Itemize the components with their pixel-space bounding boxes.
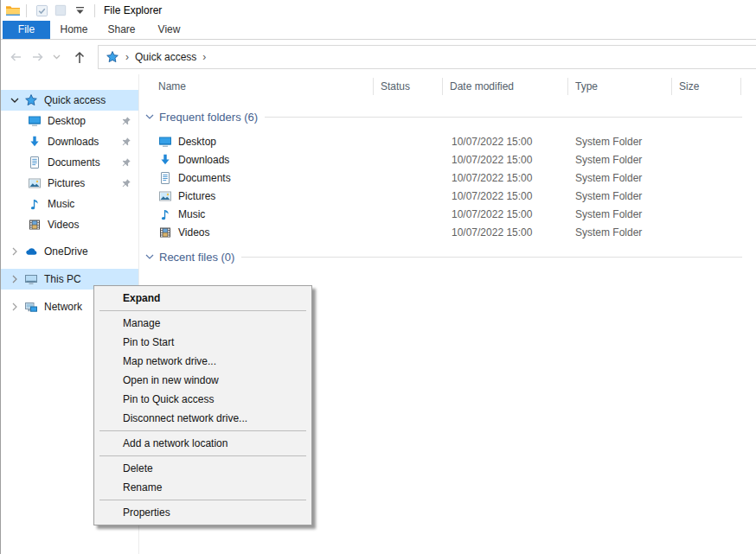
sidebar-item-downloads[interactable]: Downloads bbox=[1, 131, 138, 152]
qat-new-folder-button[interactable] bbox=[52, 3, 69, 18]
file-type: System Folder bbox=[568, 190, 672, 202]
file-explorer-window: File Explorer File Home Share View › Qui… bbox=[0, 0, 756, 554]
sidebar-item-documents[interactable]: Documents bbox=[1, 152, 138, 173]
column-header-name[interactable]: Name bbox=[139, 78, 374, 95]
pin-icon bbox=[121, 157, 131, 168]
menu-item-disconnect-network-drive[interactable]: Disconnect network drive... bbox=[94, 409, 311, 428]
group-header-frequent-folders[interactable]: Frequent folders (6) bbox=[139, 106, 756, 127]
desktop-icon bbox=[27, 114, 42, 128]
navigation-bar: › Quick access › bbox=[1, 40, 756, 74]
sidebar-item-desktop[interactable]: Desktop bbox=[1, 111, 138, 131]
sidebar-item-videos[interactable]: Videos bbox=[1, 214, 138, 235]
qat-customize-caret-icon[interactable] bbox=[71, 3, 88, 18]
column-header-size[interactable]: Size bbox=[672, 78, 741, 95]
menu-separator bbox=[99, 455, 306, 456]
this-pc-icon bbox=[23, 272, 39, 286]
menu-separator bbox=[99, 500, 306, 500]
menu-item-map-network-drive[interactable]: Map network drive... bbox=[94, 352, 311, 371]
tab-file[interactable]: File bbox=[3, 21, 50, 39]
menu-item-expand[interactable]: Expand bbox=[94, 289, 311, 308]
file-type: System Folder bbox=[568, 154, 672, 166]
chevron-right-icon[interactable] bbox=[6, 247, 23, 256]
file-row-music[interactable]: Music 10/07/2022 15:00 System Folder bbox=[139, 205, 756, 223]
tab-share[interactable]: Share bbox=[98, 21, 145, 39]
toolbar-separator bbox=[26, 4, 27, 17]
sidebar-item-label: Quick access bbox=[44, 94, 106, 106]
file-date-modified: 10/07/2022 15:00 bbox=[443, 226, 568, 239]
menu-item-add-a-network-location[interactable]: Add a network location bbox=[94, 434, 311, 453]
pictures-icon bbox=[158, 189, 172, 203]
sidebar-item-pictures[interactable]: Pictures bbox=[1, 173, 138, 194]
sidebar-gap bbox=[1, 235, 138, 241]
menu-item-pin-to-start[interactable]: Pin to Start bbox=[94, 333, 311, 352]
group-rule bbox=[241, 257, 742, 258]
group-header-recent-files[interactable]: Recent files (0) bbox=[139, 246, 756, 267]
sidebar-item-quick-access[interactable]: Quick access bbox=[1, 90, 138, 111]
file-row-desktop[interactable]: Desktop 10/07/2022 15:00 System Folder bbox=[139, 132, 756, 150]
tab-view[interactable]: View bbox=[145, 21, 193, 39]
pictures-icon bbox=[27, 176, 42, 190]
chevron-right-icon[interactable] bbox=[6, 275, 23, 283]
back-button[interactable] bbox=[4, 46, 27, 68]
chevron-down-icon[interactable] bbox=[145, 254, 157, 260]
menu-separator bbox=[99, 430, 306, 431]
music-icon bbox=[27, 197, 42, 211]
breadcrumb-quick-access[interactable]: Quick access bbox=[135, 51, 196, 63]
file-row-documents[interactable]: Documents 10/07/2022 15:00 System Folder bbox=[139, 169, 756, 187]
videos-icon bbox=[27, 218, 42, 232]
file-name: Desktop bbox=[178, 136, 216, 148]
title-bar: File Explorer bbox=[1, 0, 756, 21]
file-type: System Folder bbox=[568, 208, 672, 220]
menu-item-manage[interactable]: Manage bbox=[94, 314, 311, 333]
chevron-right-icon[interactable] bbox=[6, 302, 23, 311]
menu-item-open-in-new-window[interactable]: Open in new window bbox=[94, 371, 311, 390]
file-type: System Folder bbox=[568, 226, 672, 239]
this-pc-context-menu: Expand Manage Pin to Start Map network d… bbox=[93, 285, 312, 525]
column-header-date-modified[interactable]: Date modified bbox=[443, 78, 568, 95]
sidebar-gap bbox=[1, 262, 138, 269]
sidebar-item-label: Videos bbox=[48, 219, 79, 231]
sidebar-item-label: Desktop bbox=[48, 115, 86, 127]
file-name: Pictures bbox=[178, 190, 215, 202]
file-date-modified: 10/07/2022 15:00 bbox=[443, 136, 568, 148]
sidebar-item-label: Downloads bbox=[48, 136, 99, 148]
forward-button[interactable] bbox=[27, 46, 49, 68]
menu-item-rename[interactable]: Rename bbox=[94, 478, 311, 497]
file-row-videos[interactable]: Videos 10/07/2022 15:00 System Folder bbox=[139, 223, 756, 241]
recent-locations-caret-icon[interactable] bbox=[49, 46, 63, 68]
ribbon-tab-bar: File Home Share View bbox=[1, 21, 756, 40]
column-header-row: Name Status Date modified Type Size bbox=[139, 74, 756, 99]
menu-item-delete[interactable]: Delete bbox=[94, 459, 311, 478]
documents-icon bbox=[27, 156, 42, 169]
chevron-down-icon[interactable] bbox=[145, 114, 157, 120]
sidebar-item-label: This PC bbox=[44, 273, 81, 285]
file-name: Videos bbox=[178, 226, 209, 239]
tab-home[interactable]: Home bbox=[50, 21, 98, 39]
menu-item-properties[interactable]: Properties bbox=[94, 503, 311, 522]
column-header-type[interactable]: Type bbox=[568, 78, 672, 95]
documents-icon bbox=[158, 171, 172, 185]
sidebar-item-onedrive[interactable]: OneDrive bbox=[1, 241, 138, 262]
sidebar-item-music[interactable]: Music bbox=[1, 194, 138, 214]
column-header-status[interactable]: Status bbox=[374, 78, 443, 95]
chevron-down-icon[interactable] bbox=[6, 98, 23, 104]
file-date-modified: 10/07/2022 15:00 bbox=[443, 154, 568, 166]
sidebar-item-label: Music bbox=[48, 198, 74, 210]
menu-item-pin-to-quick-access[interactable]: Pin to Quick access bbox=[94, 390, 311, 409]
pin-icon bbox=[121, 178, 131, 188]
qat-properties-button[interactable] bbox=[33, 3, 50, 18]
file-row-downloads[interactable]: Downloads 10/07/2022 15:00 System Folder bbox=[139, 150, 756, 169]
address-bar[interactable]: › Quick access › bbox=[98, 45, 756, 69]
group-label: Recent files (0) bbox=[159, 251, 234, 264]
music-icon bbox=[158, 207, 172, 221]
network-icon bbox=[23, 300, 39, 314]
up-button[interactable] bbox=[68, 46, 91, 68]
group-rule bbox=[265, 117, 742, 118]
file-date-modified: 10/07/2022 15:00 bbox=[443, 172, 568, 184]
desktop-icon bbox=[158, 135, 172, 149]
file-name: Music bbox=[178, 208, 205, 220]
file-row-pictures[interactable]: Pictures 10/07/2022 15:00 System Folder bbox=[139, 187, 756, 205]
toolbar-separator bbox=[94, 4, 95, 17]
sidebar-item-label: Documents bbox=[48, 156, 100, 169]
pin-icon bbox=[121, 116, 131, 126]
